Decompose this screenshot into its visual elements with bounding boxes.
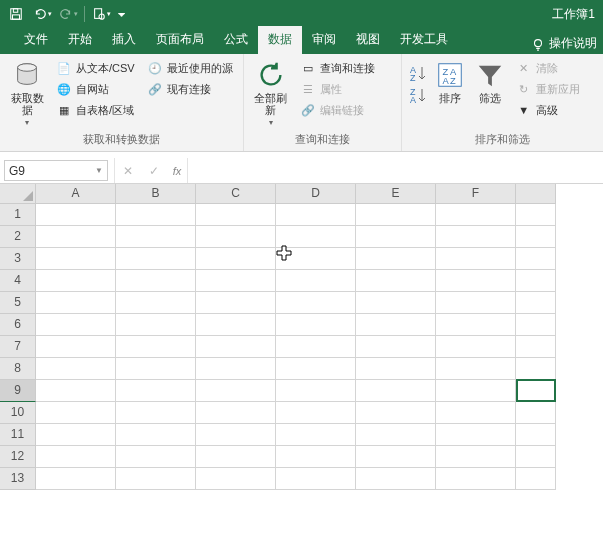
redo-button[interactable]: ▾ bbox=[56, 2, 80, 26]
from-text-csv-button[interactable]: 📄从文本/CSV bbox=[52, 58, 139, 78]
cell[interactable] bbox=[436, 402, 516, 424]
cell[interactable] bbox=[436, 380, 516, 402]
select-all-button[interactable] bbox=[0, 184, 36, 204]
tab-review[interactable]: 审阅 bbox=[302, 26, 346, 54]
cell[interactable] bbox=[516, 379, 556, 402]
cell[interactable] bbox=[356, 248, 436, 270]
cell[interactable] bbox=[116, 270, 196, 292]
col-header[interactable] bbox=[516, 184, 556, 204]
cell[interactable] bbox=[276, 314, 356, 336]
cell[interactable] bbox=[516, 358, 556, 380]
cell[interactable] bbox=[516, 424, 556, 446]
cell[interactable] bbox=[36, 270, 116, 292]
cell[interactable] bbox=[36, 292, 116, 314]
tab-data[interactable]: 数据 bbox=[258, 26, 302, 54]
sort-asc-button[interactable]: AZ bbox=[408, 64, 428, 82]
cell[interactable] bbox=[516, 226, 556, 248]
cell[interactable] bbox=[436, 336, 516, 358]
print-preview-button[interactable]: ▾ bbox=[89, 2, 113, 26]
cell[interactable] bbox=[436, 226, 516, 248]
tab-insert[interactable]: 插入 bbox=[102, 26, 146, 54]
cell[interactable] bbox=[516, 270, 556, 292]
cell[interactable] bbox=[36, 468, 116, 490]
sort-button[interactable]: ZAAZ 排序 bbox=[432, 58, 468, 104]
refresh-all-button[interactable]: 全部刷新 ▾ bbox=[250, 58, 292, 127]
tell-me[interactable]: 操作说明 bbox=[525, 35, 603, 54]
cell[interactable] bbox=[516, 248, 556, 270]
name-box[interactable]: G9 ▼ bbox=[4, 160, 108, 181]
cell[interactable] bbox=[356, 270, 436, 292]
cell[interactable] bbox=[436, 248, 516, 270]
row-header[interactable]: 2 bbox=[0, 226, 36, 248]
enter-formula-button[interactable]: ✓ bbox=[141, 164, 167, 178]
cell[interactable] bbox=[276, 204, 356, 226]
cell[interactable] bbox=[196, 204, 276, 226]
cell[interactable] bbox=[516, 402, 556, 424]
cell[interactable] bbox=[276, 380, 356, 402]
cell[interactable] bbox=[36, 380, 116, 402]
cell[interactable] bbox=[276, 292, 356, 314]
cell[interactable] bbox=[436, 314, 516, 336]
cell[interactable] bbox=[356, 402, 436, 424]
cell[interactable] bbox=[436, 270, 516, 292]
cell[interactable] bbox=[196, 248, 276, 270]
col-header[interactable]: D bbox=[276, 184, 356, 204]
cell[interactable] bbox=[516, 446, 556, 468]
reapply-button[interactable]: ↻重新应用 bbox=[512, 79, 584, 99]
clear-filter-button[interactable]: ✕清除 bbox=[512, 58, 584, 78]
cell[interactable] bbox=[276, 336, 356, 358]
cell[interactable] bbox=[276, 424, 356, 446]
cell[interactable] bbox=[36, 402, 116, 424]
cell[interactable] bbox=[196, 424, 276, 446]
cell[interactable] bbox=[276, 358, 356, 380]
cell[interactable] bbox=[36, 314, 116, 336]
row-header[interactable]: 1 bbox=[0, 204, 36, 226]
cell[interactable] bbox=[36, 424, 116, 446]
cell[interactable] bbox=[356, 314, 436, 336]
cell[interactable] bbox=[116, 292, 196, 314]
sort-desc-button[interactable]: ZA bbox=[408, 86, 428, 104]
cell[interactable] bbox=[196, 336, 276, 358]
row-header[interactable]: 13 bbox=[0, 468, 36, 490]
tab-pagelayout[interactable]: 页面布局 bbox=[146, 26, 214, 54]
save-button[interactable] bbox=[4, 2, 28, 26]
filter-button[interactable]: 筛选 bbox=[472, 58, 508, 104]
cell[interactable] bbox=[436, 468, 516, 490]
cell[interactable] bbox=[356, 336, 436, 358]
row-header[interactable]: 3 bbox=[0, 248, 36, 270]
cell[interactable] bbox=[36, 248, 116, 270]
cell[interactable] bbox=[36, 446, 116, 468]
cell[interactable] bbox=[36, 336, 116, 358]
row-header[interactable]: 7 bbox=[0, 336, 36, 358]
cell[interactable] bbox=[436, 446, 516, 468]
properties-button[interactable]: ☰属性 bbox=[296, 79, 379, 99]
cell[interactable] bbox=[116, 226, 196, 248]
advanced-filter-button[interactable]: ▼高级 bbox=[512, 100, 584, 120]
cell[interactable] bbox=[516, 314, 556, 336]
cell[interactable] bbox=[196, 270, 276, 292]
cell[interactable] bbox=[356, 446, 436, 468]
from-web-button[interactable]: 🌐自网站 bbox=[52, 79, 139, 99]
cell[interactable] bbox=[436, 358, 516, 380]
cell[interactable] bbox=[116, 358, 196, 380]
cell[interactable] bbox=[436, 424, 516, 446]
cell[interactable] bbox=[276, 402, 356, 424]
cell[interactable] bbox=[436, 204, 516, 226]
cell[interactable] bbox=[516, 292, 556, 314]
tab-home[interactable]: 开始 bbox=[58, 26, 102, 54]
cancel-formula-button[interactable]: ✕ bbox=[115, 164, 141, 178]
cell[interactable] bbox=[36, 226, 116, 248]
qat-customize[interactable]: ⏷ bbox=[115, 2, 129, 26]
undo-button[interactable]: ▾ bbox=[30, 2, 54, 26]
row-header[interactable]: 8 bbox=[0, 358, 36, 380]
cell[interactable] bbox=[276, 226, 356, 248]
cell[interactable] bbox=[196, 468, 276, 490]
get-data-button[interactable]: 获取数据 ▾ bbox=[6, 58, 48, 127]
tab-view[interactable]: 视图 bbox=[346, 26, 390, 54]
cell[interactable] bbox=[196, 314, 276, 336]
cell[interactable] bbox=[356, 358, 436, 380]
tab-formulas[interactable]: 公式 bbox=[214, 26, 258, 54]
from-table-button[interactable]: ▦自表格/区域 bbox=[52, 100, 139, 120]
cell[interactable] bbox=[36, 358, 116, 380]
cell[interactable] bbox=[436, 292, 516, 314]
